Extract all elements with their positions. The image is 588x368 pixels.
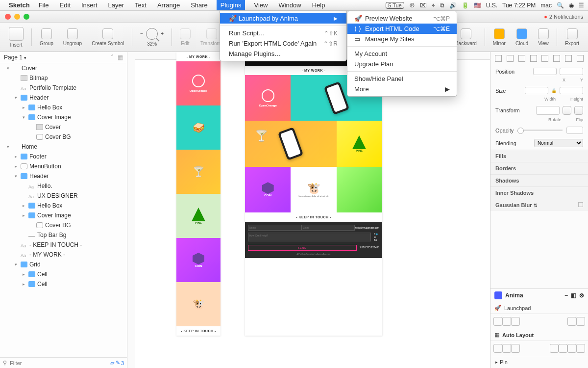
flip-h-icon[interactable] bbox=[563, 106, 571, 115]
toolbar-view[interactable]: View bbox=[534, 28, 553, 46]
layer-row[interactable]: ▸Footer bbox=[0, 152, 127, 161]
layer-row[interactable]: Portfolio Template bbox=[0, 83, 127, 93]
user-name[interactable]: mac bbox=[540, 2, 552, 9]
toolbar-export[interactable]: Export bbox=[561, 28, 583, 46]
distribute-h-icon[interactable] bbox=[565, 55, 572, 62]
layer-row[interactable]: ▸Hello Box bbox=[0, 103, 127, 112]
submenu-manage-sites[interactable]: ▭Manage My Sites bbox=[347, 34, 457, 44]
layer-row[interactable]: ▸Hello Box bbox=[0, 201, 127, 210]
menu-arrange[interactable]: Arrange bbox=[155, 0, 182, 10]
bluetooth-icon[interactable]: ⌖ bbox=[432, 2, 435, 9]
toolbar-edit[interactable]: Edit bbox=[176, 28, 195, 46]
layer-row[interactable]: Cover BG bbox=[0, 220, 127, 230]
maximize-button[interactable] bbox=[24, 14, 29, 20]
layer-row[interactable]: Bitmap bbox=[0, 73, 127, 83]
flag-icon[interactable]: 🇺🇸 bbox=[474, 2, 481, 9]
fills-section[interactable]: Fills bbox=[490, 150, 588, 162]
layer-row[interactable]: ▸Cell bbox=[0, 279, 127, 289]
send-button[interactable]: SEND bbox=[248, 245, 357, 251]
inner-shadows-section[interactable]: Inner Shadows bbox=[490, 186, 588, 199]
canvas[interactable]: - MY WORK - OpenOrange 🥪 🍸 PINE COIN 🐮 -… bbox=[127, 52, 490, 368]
pages-up-icon[interactable]: ˄ bbox=[111, 54, 114, 61]
layer-row[interactable]: UX DESIGNER bbox=[0, 191, 127, 201]
menu-help[interactable]: Help bbox=[310, 0, 327, 10]
toolbar-cloud[interactable]: Cloud bbox=[512, 28, 532, 46]
airplay-icon[interactable]: ⌧ bbox=[420, 2, 427, 9]
submenu-upgrade[interactable]: Upgrade Plan bbox=[347, 59, 457, 69]
status-p-icon[interactable]: ℗ bbox=[409, 2, 415, 9]
notification-center-icon[interactable]: ☰ bbox=[579, 2, 584, 9]
flip-v-icon[interactable] bbox=[574, 106, 583, 115]
spotlight-icon[interactable]: 🔍 bbox=[557, 2, 564, 9]
clock[interactable]: Tue 7:22 PM bbox=[502, 2, 536, 9]
layer-row[interactable]: Cover BG bbox=[0, 132, 127, 142]
pos-y-input[interactable] bbox=[560, 68, 583, 75]
menu-layer[interactable]: Layer bbox=[106, 0, 126, 10]
name-input[interactable] bbox=[248, 225, 301, 231]
minimize-button[interactable] bbox=[14, 14, 20, 20]
anima-launchpad[interactable]: 🚀Launchpad bbox=[490, 302, 588, 314]
layer-row[interactable]: ▸Cell bbox=[0, 269, 127, 279]
toolbar-group[interactable]: Group bbox=[36, 28, 57, 46]
menu-launchpad-anima[interactable]: 🚀 Launchpad by Anima▶ bbox=[220, 13, 346, 24]
anima-x-icon[interactable]: ⊗ bbox=[579, 292, 584, 299]
menu-share[interactable]: Share bbox=[189, 0, 210, 10]
layer-row[interactable]: Hello. bbox=[0, 181, 127, 191]
blending-select[interactable]: Normal bbox=[534, 139, 583, 147]
close-button[interactable] bbox=[5, 14, 11, 20]
layer-row[interactable]: ▸Cover Image bbox=[0, 210, 127, 220]
shadows-section[interactable]: Shadows bbox=[490, 174, 588, 186]
toolbar-zoom[interactable]: −+ 32% bbox=[136, 28, 168, 47]
size-h-input[interactable] bbox=[560, 87, 583, 94]
size-w-input[interactable] bbox=[525, 87, 548, 94]
gaussian-blur-section[interactable]: Gaussian Blur ⇅ bbox=[490, 199, 588, 211]
pos-x-input[interactable] bbox=[533, 68, 557, 75]
email-input[interactable] bbox=[301, 225, 355, 231]
layer-row[interactable]: ▾Grid bbox=[0, 260, 127, 269]
layer-row[interactable]: - KEEP IN TOUCH - bbox=[0, 240, 127, 250]
lock-icon[interactable]: 🔒 bbox=[551, 88, 557, 93]
zoom-out-icon[interactable]: − bbox=[140, 31, 143, 36]
anima-min-icon[interactable]: − bbox=[564, 292, 568, 299]
zoom-in-icon[interactable]: + bbox=[161, 31, 164, 36]
layer-row[interactable]: ▸MenuButton bbox=[0, 161, 127, 171]
menu-window[interactable]: Window bbox=[276, 0, 303, 10]
layer-row[interactable]: Cover bbox=[0, 122, 127, 132]
submenu-panel[interactable]: Show/Hide Panel bbox=[347, 74, 457, 84]
align-left-icon[interactable] bbox=[495, 55, 502, 62]
anima-pin[interactable]: ▸Pin bbox=[490, 356, 588, 368]
filter-badge[interactable]: ▱ ✎ 3 bbox=[110, 360, 124, 366]
siri-icon[interactable]: ◉ bbox=[569, 2, 574, 9]
toolbar-mirror[interactable]: Mirror bbox=[489, 28, 510, 46]
status-date[interactable]: 5 Tue bbox=[386, 2, 404, 9]
align-center-h-icon[interactable] bbox=[507, 55, 514, 62]
input-source[interactable]: U.S. bbox=[486, 2, 497, 9]
artboard-mobile[interactable]: - MY WORK - OpenOrange 🥪 🍸 PINE COIN 🐮 -… bbox=[176, 52, 220, 336]
opacity-input[interactable] bbox=[566, 127, 583, 134]
menu-file[interactable]: File bbox=[37, 0, 51, 10]
menu-edit[interactable]: Edit bbox=[58, 0, 73, 10]
menu-plugins[interactable]: Plugins bbox=[217, 0, 245, 10]
menu-insert[interactable]: Insert bbox=[79, 0, 99, 10]
menu-manage-plugins[interactable]: Manage Plugins… bbox=[220, 49, 346, 59]
submenu-more[interactable]: More▶ bbox=[347, 84, 457, 94]
menu-run-script[interactable]: Run Script…⌃⇧K bbox=[220, 28, 346, 38]
pages-add-icon[interactable]: ▦ bbox=[118, 54, 123, 61]
distribute-v-icon[interactable] bbox=[577, 55, 584, 62]
toolbar-ungroup[interactable]: Ungroup bbox=[59, 28, 86, 46]
menu-view[interactable]: View bbox=[252, 0, 270, 10]
borders-section[interactable]: Borders bbox=[490, 162, 588, 174]
volume-icon[interactable]: 🔊 bbox=[449, 2, 457, 9]
wifi-icon[interactable]: ⧉ bbox=[440, 2, 444, 9]
align-top-icon[interactable] bbox=[530, 55, 537, 62]
pages-selector[interactable]: Page 1 ▾ ˄▦ bbox=[0, 52, 127, 63]
align-right-icon[interactable] bbox=[518, 55, 525, 62]
menu-run-again[interactable]: Run 'Export HTML Code' Again⌃⇧R bbox=[220, 38, 346, 49]
rotate-input[interactable] bbox=[536, 106, 560, 115]
anima-sq-icon[interactable]: ◧ bbox=[571, 292, 576, 299]
layer-row[interactable]: ▾Home bbox=[0, 142, 127, 152]
layer-row[interactable]: ▾Cover Image bbox=[0, 112, 127, 122]
battery-icon[interactable]: 🔋 bbox=[462, 2, 469, 9]
toolbar-create-symbol[interactable]: Create Symbol bbox=[88, 28, 128, 46]
notifications-indicator[interactable]: 2 Notifications bbox=[544, 14, 583, 20]
